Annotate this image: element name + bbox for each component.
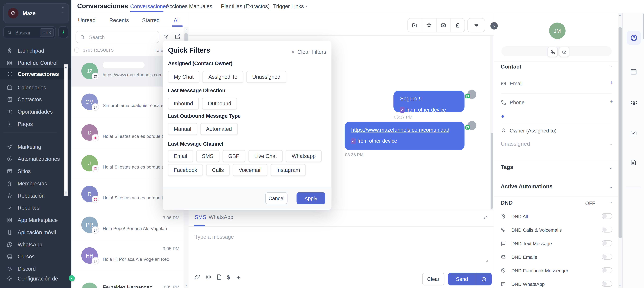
sidebar-item-whatsapp[interactable]: WhatsApp bbox=[0, 239, 72, 250]
sidebar-item-oportunidades[interactable]: Oportunidades bbox=[0, 106, 72, 117]
chip-manual[interactable]: Manual bbox=[168, 123, 197, 135]
chip-calls[interactable]: Calls bbox=[206, 164, 230, 176]
chip-whatsapp[interactable]: Whatsapp bbox=[286, 150, 322, 162]
notes-doc-tab[interactable] bbox=[630, 159, 637, 166]
compose-tab-sms[interactable]: SMS bbox=[195, 214, 206, 220]
sidebar-item-calendarios[interactable]: Calendarios bbox=[0, 82, 72, 93]
mark-unread-mail-button[interactable] bbox=[436, 18, 451, 32]
chip-sms[interactable]: SMS bbox=[196, 150, 219, 162]
sidebar-item-configuracion[interactable]: Configuración de bbox=[0, 273, 72, 284]
clear-filters-button[interactable]: ✕ Clear Filters bbox=[291, 49, 326, 55]
email-button[interactable] bbox=[559, 47, 569, 57]
conversation-row[interactable]: Fernaidez Hernandez 3:05 PM bbox=[72, 271, 184, 288]
appointments-calendar-tab[interactable] bbox=[630, 68, 638, 75]
compose-icon[interactable] bbox=[174, 34, 181, 40]
sidebar-item-cursos[interactable]: Cursos bbox=[0, 251, 72, 262]
opportunities-tab[interactable] bbox=[630, 99, 638, 108]
agency-switcher[interactable]: Maze ⌃⌄ bbox=[3, 3, 69, 23]
page-scrollbar-thumb[interactable] bbox=[642, 13, 644, 39]
clear-button[interactable]: Clear bbox=[422, 273, 444, 286]
sidebar-item-launchpad[interactable]: Launchpad bbox=[0, 45, 72, 56]
dnd-emails-toggle[interactable] bbox=[602, 254, 612, 260]
chip-voicemail[interactable]: Voicemail bbox=[233, 164, 267, 176]
filter-funnel-icon[interactable] bbox=[162, 34, 169, 40]
conversation-search[interactable] bbox=[76, 31, 160, 43]
chip-live-chat[interactable]: Live Chat bbox=[248, 150, 283, 162]
tasks-envelope-tab[interactable] bbox=[630, 129, 638, 137]
conversation-row[interactable]: PR Hola Pepe! Por aca Ale Vogelari 3:06 … bbox=[72, 210, 184, 241]
payment-request-icon[interactable]: $ bbox=[227, 274, 230, 281]
chat-scrollbar[interactable] bbox=[490, 36, 493, 210]
chip-gbp[interactable]: GBP bbox=[222, 150, 245, 162]
tab-plantillas[interactable]: Plantillas (Extractos) bbox=[221, 3, 270, 9]
collapse-editor-icon[interactable] bbox=[483, 215, 488, 220]
chip-my-chat[interactable]: My Chat bbox=[168, 71, 200, 83]
sidebar-item-conversaciones[interactable]: Conversaciones bbox=[0, 68, 72, 80]
delete-trash-button[interactable] bbox=[451, 18, 464, 32]
owner-value[interactable]: Unassigned bbox=[501, 141, 530, 147]
call-phone-button[interactable] bbox=[548, 47, 558, 57]
cancel-button[interactable]: Cancel bbox=[265, 192, 288, 204]
sidebar-item-app-marketplace[interactable]: App Marketplace bbox=[0, 215, 72, 225]
chip-unassigned[interactable]: Unassigned bbox=[246, 71, 286, 83]
sidebar-item-reputacion[interactable]: Reputación bbox=[0, 190, 72, 201]
chevron-up-icon[interactable]: ⌃ bbox=[609, 201, 612, 206]
add-more-icon[interactable]: + bbox=[236, 274, 241, 282]
chip-automated[interactable]: Automated bbox=[200, 123, 238, 135]
sidebar-item-contactos[interactable]: Contactos bbox=[0, 94, 72, 105]
sidebar-search[interactable]: ctrl K bbox=[3, 26, 56, 38]
sidebar-item-marketing[interactable]: Marketing bbox=[0, 142, 72, 152]
chip-assigned-to[interactable]: Assigned To bbox=[203, 71, 243, 83]
apply-button[interactable]: Apply bbox=[296, 192, 325, 204]
star-button[interactable] bbox=[422, 18, 436, 32]
panel-scrollbar[interactable]: ▲ ▼ bbox=[618, 13, 622, 288]
chevron-down-icon[interactable]: ⌄ bbox=[609, 165, 612, 170]
sidebar-collapse-button[interactable]: ‹ bbox=[68, 275, 75, 281]
list-tab-unread[interactable]: Unread bbox=[78, 17, 96, 23]
chip-instagram[interactable]: Instagram bbox=[270, 164, 306, 176]
conversation-search-input[interactable] bbox=[88, 32, 156, 43]
template-doc-icon[interactable] bbox=[216, 274, 222, 280]
switcher-chevrons-icon[interactable]: ⌃⌄ bbox=[61, 7, 64, 13]
chip-facebook[interactable]: Facebook bbox=[168, 164, 203, 176]
list-tab-all[interactable]: All bbox=[174, 17, 180, 23]
dnd-whatsapp-toggle[interactable] bbox=[602, 281, 612, 287]
tab-acciones-manuales[interactable]: Acciones Manuales bbox=[166, 3, 212, 9]
message-link[interactable]: https://www.mazefunnels.com/comunidad bbox=[351, 127, 450, 133]
chip-email[interactable]: Email bbox=[168, 150, 193, 162]
resize-handle-icon[interactable] bbox=[484, 259, 489, 263]
contact-details-tab[interactable] bbox=[627, 31, 641, 45]
emoji-icon[interactable] bbox=[205, 274, 212, 280]
tab-conversaciones[interactable]: Conversaciones bbox=[130, 3, 168, 9]
chip-outbound[interactable]: Outbound bbox=[202, 98, 237, 110]
attachment-paperclip-icon[interactable] bbox=[194, 274, 200, 280]
send-button[interactable]: Send bbox=[448, 273, 476, 286]
list-tab-starred[interactable]: Starred bbox=[142, 17, 160, 23]
sidebar-item-sitios[interactable]: Sitios bbox=[0, 166, 72, 176]
sidebar-item-panel-de-control[interactable]: Panel de Control bbox=[0, 57, 72, 68]
sidebar-scrollbar[interactable]: ▲ ▼ bbox=[64, 64, 68, 196]
archive-folder-button[interactable] bbox=[408, 18, 422, 32]
compose-tab-whatsapp[interactable]: WhatsApp bbox=[209, 214, 233, 220]
conversation-row[interactable]: HH Hola H! Por aca Ale Vogelari Rec 3:05… bbox=[72, 240, 184, 271]
collapse-right-panel-button[interactable]: › bbox=[490, 22, 498, 29]
chevron-up-icon[interactable]: ⌃ bbox=[609, 65, 612, 69]
sidebar-item-reportes[interactable]: Reportes bbox=[0, 202, 72, 213]
add-phone-button[interactable]: + bbox=[610, 98, 614, 105]
message-input[interactable]: Type a message bbox=[195, 234, 234, 240]
select-all-checkbox[interactable] bbox=[74, 48, 79, 53]
dnd-all-toggle[interactable] bbox=[602, 213, 612, 219]
sidebar-item-automatizaciones[interactable]: Automatizaciones bbox=[0, 153, 72, 164]
dnd-calls-toggle[interactable] bbox=[602, 227, 612, 233]
tab-trigger-links[interactable]: Trigger Links bbox=[273, 3, 304, 9]
sort-filter-button[interactable] bbox=[468, 18, 485, 32]
quick-actions-button[interactable] bbox=[58, 26, 68, 38]
list-tab-recents[interactable]: Recents bbox=[109, 17, 129, 23]
schedule-send-clock-button[interactable] bbox=[476, 273, 492, 286]
add-email-button[interactable]: + bbox=[610, 79, 614, 86]
dnd-facebook-toggle[interactable] bbox=[602, 267, 612, 273]
sidebar-item-aplicacion-movil[interactable]: Aplicación móvil bbox=[0, 227, 72, 237]
sidebar-item-discord[interactable]: Discord bbox=[0, 263, 72, 271]
chevron-down-icon[interactable]: ⌄ bbox=[609, 184, 612, 189]
chip-inbound[interactable]: Inbound bbox=[168, 98, 199, 110]
